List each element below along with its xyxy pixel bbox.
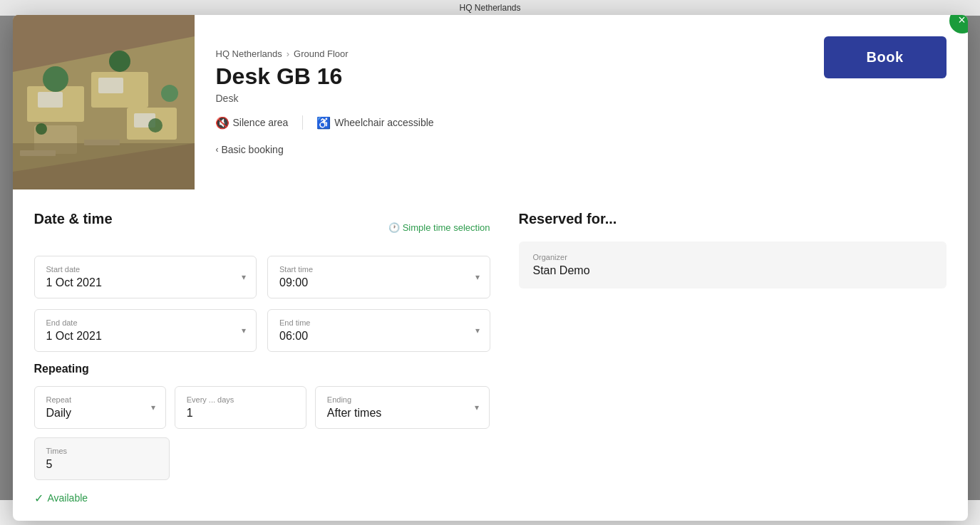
- basic-booking-label: Basic booking: [222, 144, 284, 155]
- every-field[interactable]: Every ... days 1: [175, 386, 306, 429]
- organizer-name: Stan Demo: [533, 264, 590, 276]
- repeating-row: Repeat Daily ▾ Every ... days 1 Ending A…: [34, 386, 490, 429]
- wheelchair-icon: ♿: [317, 116, 330, 129]
- times-row: Times 5: [34, 437, 490, 480]
- repeat-field[interactable]: Repeat Daily ▾: [34, 386, 166, 429]
- desk-image: [13, 15, 195, 189]
- breadcrumb-location: HQ Netherlands: [216, 48, 282, 59]
- basic-booking-chevron: ‹: [216, 145, 219, 155]
- start-time-arrow: ▾: [475, 272, 480, 282]
- simple-time-link[interactable]: 🕐 Simple time selection: [388, 222, 490, 233]
- available-badge: ✓ Available: [34, 492, 490, 505]
- available-label: Available: [48, 492, 88, 504]
- end-time-value: 06:00: [279, 330, 308, 342]
- modal-overlay: ×: [0, 0, 980, 525]
- start-date-field[interactable]: Start date 1 Oct 2021 ▾: [34, 256, 257, 298]
- basic-booking-link[interactable]: ‹ Basic booking: [216, 144, 947, 155]
- features: 🔇 Silence area ♿ Wheelchair accessible: [216, 115, 947, 130]
- date-time-title: Date & time: [34, 211, 113, 227]
- end-time-field[interactable]: End time 06:00 ▾: [267, 309, 490, 352]
- feature-wheelchair: ♿ Wheelchair accessible: [317, 115, 433, 130]
- svg-rect-14: [84, 140, 120, 145]
- every-value: 1: [187, 407, 193, 419]
- start-date-value: 1 Oct 2021: [46, 276, 102, 289]
- start-time-field[interactable]: Start time 09:00 ▾: [267, 256, 490, 298]
- end-date-value: 1 Oct 2021: [46, 330, 102, 342]
- desk-type: Desk: [216, 93, 947, 104]
- organizer-label: Organizer: [533, 253, 932, 261]
- end-date-field[interactable]: End date 1 Oct 2021 ▾: [34, 309, 257, 352]
- left-panel: Date & time 🕐 Simple time selection Star…: [34, 211, 490, 505]
- start-date-arrow: ▾: [242, 272, 246, 282]
- svg-rect-12: [13, 143, 195, 189]
- check-icon: ✓: [34, 492, 43, 505]
- close-icon: ×: [958, 15, 966, 28]
- end-time-arrow: ▾: [475, 326, 480, 336]
- reserved-for-title: Reserved for...: [519, 211, 947, 227]
- repeating-title: Repeating: [34, 363, 490, 375]
- svg-point-6: [43, 66, 68, 92]
- end-time-label: End time: [279, 318, 478, 327]
- start-row: Start date 1 Oct 2021 ▾ Start time 09:00…: [34, 256, 490, 298]
- feature-wheelchair-label: Wheelchair accessible: [334, 117, 433, 128]
- breadcrumb-separator: ›: [287, 48, 289, 59]
- feature-divider: [302, 115, 303, 130]
- silence-icon: 🔇: [216, 116, 229, 129]
- organizer-field: Organizer Stan Demo: [519, 241, 947, 289]
- feature-silence: 🔇 Silence area: [216, 115, 289, 130]
- simple-time-label: Simple time selection: [403, 222, 490, 233]
- header-content: HQ Netherlands › Ground Floor Desk GB 16…: [195, 15, 968, 189]
- svg-point-15: [36, 123, 47, 135]
- repeat-arrow: ▾: [151, 402, 155, 412]
- modal-body: Date & time 🕐 Simple time selection Star…: [13, 189, 968, 521]
- every-label: Every ... days: [187, 395, 294, 404]
- svg-rect-13: [20, 150, 56, 156]
- ending-arrow: ▾: [475, 402, 479, 412]
- book-button-label: Book: [867, 49, 904, 65]
- feature-silence-label: Silence area: [233, 117, 289, 128]
- ending-value: After times: [327, 407, 381, 419]
- end-row: End date 1 Oct 2021 ▾ End time 06:00 ▾: [34, 309, 490, 352]
- end-date-arrow: ▾: [242, 326, 246, 336]
- ending-field[interactable]: Ending After times ▾: [315, 386, 490, 429]
- right-panel: Reserved for... Organizer Stan Demo: [519, 211, 947, 505]
- end-date-label: End date: [46, 318, 245, 327]
- book-button[interactable]: Book: [824, 36, 947, 78]
- svg-point-7: [109, 51, 130, 72]
- svg-rect-10: [98, 78, 123, 93]
- modal: ×: [13, 15, 968, 521]
- repeat-value: Daily: [46, 407, 72, 419]
- start-time-value: 09:00: [279, 276, 308, 289]
- ending-label: Ending: [327, 395, 478, 404]
- breadcrumb-sublocation: Ground Floor: [294, 48, 349, 59]
- repeat-label: Repeat: [46, 395, 154, 404]
- clock-icon: 🕐: [388, 222, 400, 233]
- start-time-label: Start time: [279, 265, 478, 274]
- svg-point-8: [161, 85, 178, 102]
- date-time-header: Date & time 🕐 Simple time selection: [34, 211, 490, 241]
- modal-header: HQ Netherlands › Ground Floor Desk GB 16…: [13, 15, 968, 189]
- times-value: 5: [46, 458, 53, 470]
- times-label: Times: [46, 447, 158, 455]
- svg-point-16: [148, 118, 163, 132]
- svg-rect-9: [38, 92, 63, 108]
- start-date-label: Start date: [46, 265, 245, 274]
- times-field[interactable]: Times 5: [34, 437, 170, 480]
